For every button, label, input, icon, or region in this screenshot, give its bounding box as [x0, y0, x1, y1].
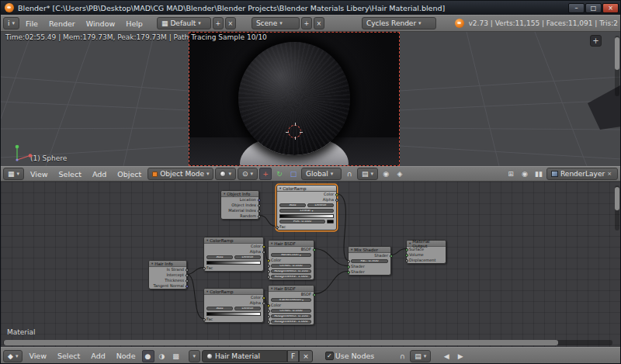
collapse-icon[interactable]: ▾: [279, 186, 281, 190]
socket-input[interactable]: [267, 270, 270, 273]
render-still-button[interactable]: ◉: [380, 168, 392, 180]
offset-slider[interactable]: Offset: 0.000: [271, 309, 311, 314]
collapse-icon[interactable]: ▾: [409, 241, 411, 245]
socket-output[interactable]: [335, 199, 338, 202]
minimize-button[interactable]: –: [568, 3, 585, 13]
snap-element-selector[interactable]: ▤ ▾: [410, 350, 431, 362]
menu-help[interactable]: Help: [121, 19, 147, 28]
add-stop-button[interactable]: Add: [279, 203, 306, 208]
delete-scene-button[interactable]: ×: [314, 17, 324, 29]
add-stop-button[interactable]: Add: [206, 255, 233, 260]
menu-add[interactable]: Add: [86, 352, 109, 360]
open-properties-panel-button[interactable]: +: [590, 35, 602, 47]
socket-input[interactable]: [405, 248, 408, 251]
socket-input[interactable]: [203, 318, 206, 321]
add-scene-button[interactable]: +: [301, 17, 312, 29]
component-selector[interactable]: Transmission ▾: [271, 298, 311, 303]
menu-render[interactable]: Render: [44, 19, 80, 28]
node-editor-vscrollbar[interactable]: [615, 185, 619, 231]
roughness-v-slider[interactable]: RoughnessV: 1.000: [271, 320, 311, 324]
node-header[interactable]: ▾ Hair BSDF: [269, 286, 314, 292]
node-header[interactable]: ▾ Hair Info: [149, 261, 186, 267]
collapse-icon[interactable]: ▾: [351, 248, 352, 251]
viewport-shading-selector[interactable]: ▾: [215, 168, 236, 180]
node-hair-bsdf-reflection[interactable]: ▾ Hair BSDF BSDF Reflection ▾ Color Offs…: [268, 240, 314, 280]
position-field[interactable]: Pos: 0.000: [279, 220, 325, 224]
node-header[interactable]: ▾ Object Info: [221, 191, 258, 197]
colorramp-gradient[interactable]: [206, 312, 261, 316]
viewport-scrollbar[interactable]: [615, 36, 619, 96]
fac-slider[interactable]: Fac: 0.500: [351, 259, 388, 264]
node-header[interactable]: ▾ Material Output: [407, 241, 446, 247]
rotate-manipulator-button[interactable]: ↻: [273, 168, 286, 180]
color-swatch[interactable]: [327, 220, 334, 224]
transform-orientation-selector[interactable]: Global ▾: [301, 168, 342, 180]
node-header[interactable]: ▾ ColorRamp: [277, 185, 336, 192]
socket-output[interactable]: [258, 199, 261, 202]
delete-stop-button[interactable]: Delete: [307, 203, 334, 208]
maximize-button[interactable]: □: [585, 3, 602, 13]
roughness-u-slider[interactable]: RoughnessU: 0.100: [271, 314, 311, 319]
menu-view[interactable]: View: [26, 170, 53, 179]
socket-output[interactable]: [262, 245, 265, 248]
node-colorramp-low[interactable]: ▾ ColorRamp Color Alpha Add Delete Fac: [203, 288, 264, 323]
node-mix-shader[interactable]: ▾ Mix Shader Shader Fac: 0.500 Shader Sh…: [348, 246, 391, 276]
scale-manipulator-button[interactable]: □: [287, 168, 300, 180]
roughness-v-slider[interactable]: RoughnessV: 1.000: [271, 275, 311, 279]
world-tree-button[interactable]: ◑: [156, 350, 168, 362]
forward-arrow-button[interactable]: ▶: [454, 350, 467, 362]
close-button[interactable]: ×: [602, 3, 619, 13]
roughness-u-slider[interactable]: RoughnessU: 0.100: [271, 269, 311, 274]
node-hair-info[interactable]: ▾ Hair Info Is Strand Intercept Thicknes…: [148, 260, 187, 289]
socket-output[interactable]: [313, 293, 316, 296]
menu-window[interactable]: Window: [82, 19, 120, 28]
menu-node[interactable]: Node: [112, 352, 141, 360]
socket-output[interactable]: [335, 193, 338, 196]
socket-input[interactable]: [267, 259, 270, 262]
add-layout-button[interactable]: +: [213, 17, 224, 29]
socket-input[interactable]: [267, 276, 270, 279]
snap-element-selector[interactable]: ▤ ▾: [357, 168, 378, 180]
collapse-icon[interactable]: ▾: [224, 192, 225, 196]
socket-output[interactable]: [258, 204, 261, 207]
socket-input[interactable]: [267, 315, 270, 318]
node-editor[interactable]: ▾ Object Info Location Object Index Mate…: [1, 182, 621, 347]
socket-input[interactable]: [267, 321, 270, 324]
render-engine-selector[interactable]: Cycles Render ▾: [362, 17, 436, 29]
back-arrow-button[interactable]: ◀: [440, 350, 453, 362]
menu-view[interactable]: View: [24, 352, 51, 360]
collapse-icon[interactable]: ▾: [151, 262, 153, 265]
node-header[interactable]: ▾ ColorRamp: [204, 289, 263, 295]
delete-layout-button[interactable]: ×: [225, 17, 236, 29]
socket-output[interactable]: [186, 285, 189, 288]
mode-selector[interactable]: Object Mode ▾: [147, 168, 213, 180]
use-nodes-checkbox[interactable]: ✓: [325, 352, 334, 360]
node-colorramp-active[interactable]: ▾ ColorRamp Color Alpha Add Delete Linea…: [276, 185, 337, 231]
interpolation-selector[interactable]: Linear ▾: [279, 209, 334, 213]
node-hair-bsdf-transmission[interactable]: ▾ Hair BSDF BSDF Transmission ▾ Color Of…: [268, 285, 314, 325]
browse-material-button[interactable]: ▾: [189, 350, 201, 362]
component-selector[interactable]: Reflection ▾: [271, 253, 311, 258]
node-header[interactable]: ▾ Mix Shader: [349, 247, 390, 253]
snap-toggle-button[interactable]: ∩: [396, 350, 408, 362]
socket-output[interactable]: [186, 274, 189, 277]
render-animation-button[interactable]: ◈: [394, 168, 406, 180]
node-editor-hscrollbar[interactable]: [3, 340, 612, 345]
socket-output[interactable]: [262, 251, 265, 254]
render-preview-icon[interactable]: ◉: [519, 168, 531, 180]
colorramp-gradient[interactable]: [206, 261, 261, 265]
collapse-icon[interactable]: ▾: [206, 289, 208, 293]
node-material-output[interactable]: ▾ Material Output Surface Volume Displac…: [406, 240, 446, 264]
pause-icon[interactable]: ▮▮: [533, 168, 545, 180]
delete-stop-button[interactable]: Delete: [234, 307, 261, 311]
fake-user-button[interactable]: F: [287, 350, 299, 362]
editor-type-button[interactable]: ▦ ▾: [3, 168, 24, 180]
collapse-icon[interactable]: ▾: [271, 286, 272, 290]
socket-input[interactable]: [347, 260, 350, 263]
add-stop-button[interactable]: Add: [206, 307, 233, 311]
scene-selector[interactable]: Scene ▾: [252, 17, 300, 29]
material-name-field[interactable]: Hair Material: [202, 350, 287, 362]
viewport-3d[interactable]: Time:02:55.49 | Mem:179.73M, Peak:179.73…: [1, 32, 621, 166]
render-layer-selector[interactable]: RenderLayer ×: [546, 168, 618, 180]
socket-input[interactable]: [405, 254, 408, 257]
